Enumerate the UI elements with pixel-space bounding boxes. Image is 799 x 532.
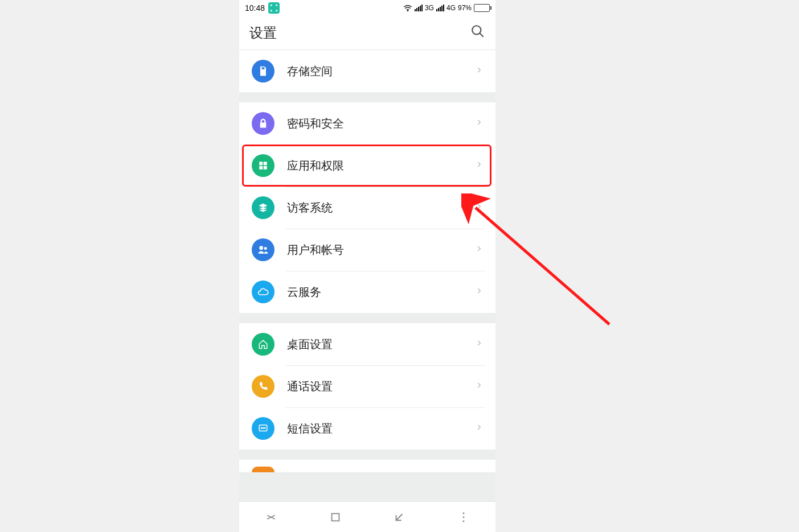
- row-call[interactable]: 通话设置: [239, 365, 495, 407]
- wifi-icon: [403, 5, 412, 11]
- app-header: 设置: [239, 16, 495, 50]
- svg-point-10: [261, 428, 262, 429]
- row-label: 用户和帐号: [287, 242, 475, 258]
- row-label: 短信设置: [287, 421, 475, 436]
- nav-home-button[interactable]: [321, 511, 350, 523]
- row-guest[interactable]: 访客系统: [239, 187, 495, 229]
- row-label: 桌面设置: [287, 337, 475, 352]
- row-label: 通话设置: [287, 379, 475, 394]
- row-apps-perms[interactable]: 应用和权限: [239, 145, 495, 187]
- settings-list: 存储空间 密码和安全 应用和权限: [239, 50, 495, 501]
- chevron-right-icon: [475, 160, 483, 171]
- row-label: 应用和权限: [287, 158, 475, 174]
- settings-group-3: [239, 460, 495, 472]
- svg-point-15: [462, 516, 464, 518]
- chevron-right-icon: [475, 66, 483, 76]
- chevron-right-icon: [475, 203, 483, 213]
- settings-group-1: 密码和安全 应用和权限 访客系统: [239, 102, 495, 313]
- svg-point-11: [263, 428, 264, 429]
- svg-line-2: [480, 33, 484, 37]
- net-3g-label: 3G: [425, 4, 434, 12]
- battery-pct: 97%: [458, 4, 472, 12]
- people-icon: [252, 238, 274, 261]
- chevron-right-icon: [475, 381, 483, 391]
- row-security[interactable]: 密码和安全: [239, 102, 495, 145]
- nav-back-button[interactable]: [385, 511, 413, 523]
- row-cloud[interactable]: 云服务: [239, 271, 495, 313]
- svg-rect-4: [264, 162, 267, 165]
- svg-point-0: [407, 11, 408, 11]
- chevron-right-icon: [475, 118, 483, 129]
- svg-rect-5: [259, 166, 263, 170]
- settings-group-0: 存储空间: [239, 50, 495, 92]
- row-label: 云服务: [287, 284, 475, 300]
- svg-point-8: [264, 247, 267, 250]
- settings-group-2: 桌面设置 通话设置 短信设置: [239, 323, 495, 449]
- status-bar: 10:48 3G: [239, 0, 495, 16]
- lock-icon: [252, 112, 274, 135]
- row-label: 存储空间: [287, 64, 475, 79]
- svg-rect-6: [264, 166, 267, 170]
- svg-point-16: [462, 520, 464, 522]
- svg-point-7: [259, 246, 263, 250]
- row-storage[interactable]: 存储空间: [239, 50, 495, 92]
- chevron-right-icon: [475, 339, 483, 349]
- system-nav-bar: [239, 501, 495, 532]
- phone-frame: 10:48 3G: [239, 0, 495, 532]
- nav-menu-button[interactable]: [449, 512, 478, 523]
- partial-row-icon: [252, 467, 274, 472]
- grid-icon: [252, 154, 274, 177]
- row-label: 访客系统: [287, 200, 475, 216]
- phone-icon: [252, 375, 274, 398]
- sms-icon: [252, 417, 274, 440]
- signal-3g: [415, 5, 423, 11]
- net-4g-label: 4G: [446, 4, 456, 12]
- row-sms[interactable]: 短信设置: [239, 407, 495, 449]
- chevron-right-icon: [475, 287, 483, 297]
- scan-icon: [268, 2, 280, 14]
- svg-rect-3: [259, 162, 263, 165]
- row-users[interactable]: 用户和帐号: [239, 229, 495, 271]
- cloud-icon: [252, 281, 274, 303]
- chevron-right-icon: [475, 423, 483, 434]
- row-desktop[interactable]: 桌面设置: [239, 323, 495, 365]
- svg-point-1: [472, 26, 481, 34]
- sd-icon: [252, 60, 274, 83]
- row-label: 密码和安全: [287, 116, 475, 131]
- layers-icon: [252, 196, 274, 219]
- search-button[interactable]: [470, 24, 485, 42]
- status-time: 10:48: [245, 3, 265, 13]
- signal-4g: [436, 5, 444, 11]
- page-title: 设置: [249, 24, 470, 42]
- svg-rect-13: [331, 513, 339, 521]
- svg-point-14: [462, 512, 464, 514]
- svg-point-12: [264, 428, 265, 429]
- battery-icon: [474, 4, 490, 12]
- chevron-right-icon: [475, 245, 483, 255]
- home-icon: [252, 333, 274, 356]
- svg-line-17: [476, 208, 609, 324]
- nav-recents-button[interactable]: [257, 512, 285, 523]
